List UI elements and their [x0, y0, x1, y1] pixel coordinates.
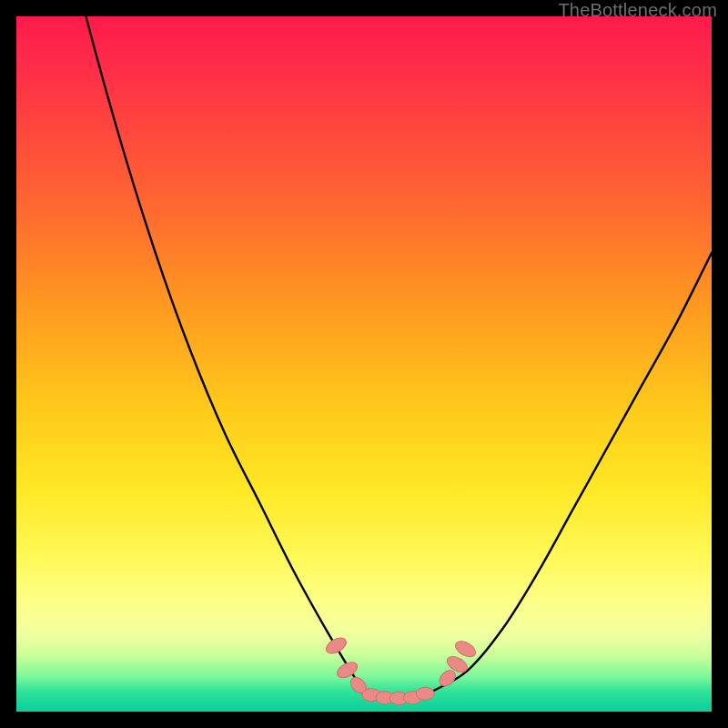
curve-marker	[324, 634, 349, 656]
chart-frame: TheBottleneck.com	[0, 0, 728, 728]
bottleneck-curve	[16, 16, 712, 698]
plot-area	[16, 16, 712, 712]
watermark-text: TheBottleneck.com	[558, 0, 717, 21]
marker-group	[324, 634, 479, 704]
chart-svg	[16, 16, 712, 712]
curve-marker	[416, 687, 434, 700]
curve-group	[16, 16, 712, 698]
